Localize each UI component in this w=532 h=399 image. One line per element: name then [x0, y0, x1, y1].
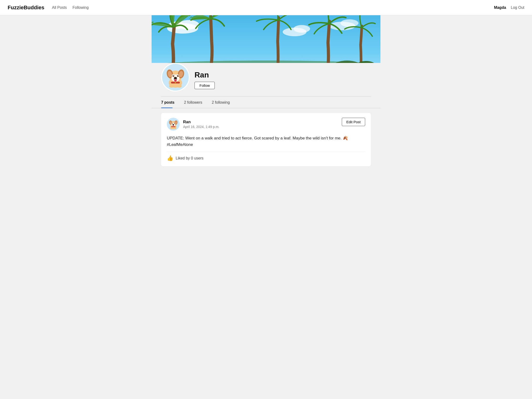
post-avatar — [167, 118, 180, 131]
svg-point-25 — [173, 75, 174, 76]
svg-point-26 — [178, 75, 178, 76]
nav-link-following[interactable]: Following — [72, 6, 89, 10]
tab-following[interactable]: 2 following — [212, 96, 236, 108]
post-card: Ran April 16, 2024, 1:49 p.m. Edit Post … — [161, 113, 371, 166]
post-avatar-svg — [167, 118, 180, 131]
svg-point-5 — [293, 25, 310, 33]
svg-point-27 — [174, 77, 177, 79]
tab-followers[interactable]: 2 followers — [184, 96, 208, 108]
nav-logout-button[interactable]: Log Out — [511, 6, 524, 10]
posts-area: Ran April 16, 2024, 1:49 p.m. Edit Post … — [152, 108, 380, 175]
svg-point-7 — [340, 19, 359, 27]
post-author-meta: Ran April 16, 2024, 1:49 p.m. — [183, 120, 220, 129]
post-divider — [167, 152, 365, 152]
svg-point-29 — [174, 80, 176, 82]
nav-right: Magda Log Out — [494, 6, 524, 10]
thumbs-up-icon[interactable]: 👍 — [167, 155, 173, 161]
svg-point-32 — [169, 85, 174, 88]
follow-button[interactable]: Follow — [195, 82, 215, 89]
post-header: Ran April 16, 2024, 1:49 p.m. Edit Post — [167, 118, 365, 131]
post-content: UPDATE: Went on a walk and tried to act … — [167, 135, 365, 148]
profile-avatar — [162, 64, 189, 91]
svg-point-33 — [177, 85, 182, 88]
profile-name-section: Ran Follow — [195, 70, 215, 92]
profile-avatar-wrapper — [161, 63, 190, 92]
post-date: April 16, 2024, 1:49 p.m. — [183, 125, 220, 129]
post-likes: 👍 Liked by 0 users — [167, 155, 365, 161]
nav-username: Magda — [494, 6, 506, 10]
nav-brand[interactable]: FuzzieBuddies — [8, 5, 44, 11]
svg-point-52 — [173, 126, 174, 127]
tab-posts[interactable]: 7 posts — [161, 96, 180, 108]
profile-info-area: Ran Follow — [152, 63, 380, 96]
svg-point-48 — [173, 124, 174, 125]
nav-link-all-posts[interactable]: All Posts — [52, 6, 67, 10]
edit-post-button[interactable]: Edit Post — [342, 118, 365, 126]
likes-label: Liked by 0 users — [176, 156, 203, 160]
profile-username: Ran — [195, 70, 215, 79]
dog-avatar-svg — [162, 63, 189, 92]
svg-point-47 — [174, 123, 175, 123]
nav-links: All Posts Following — [52, 6, 494, 10]
stats-tabs: 7 posts 2 followers 2 following — [152, 96, 380, 108]
post-author-name: Ran — [183, 120, 220, 124]
navbar: FuzzieBuddies All Posts Following Magda … — [0, 0, 532, 15]
svg-point-31 — [175, 82, 176, 83]
svg-point-50 — [173, 126, 174, 126]
post-author-info: Ran April 16, 2024, 1:49 p.m. — [167, 118, 220, 131]
profile-page: Ran Follow 7 posts 2 followers 2 followi… — [152, 15, 380, 175]
svg-point-54 — [174, 128, 176, 129]
svg-point-53 — [170, 128, 172, 129]
svg-point-46 — [172, 123, 173, 123]
